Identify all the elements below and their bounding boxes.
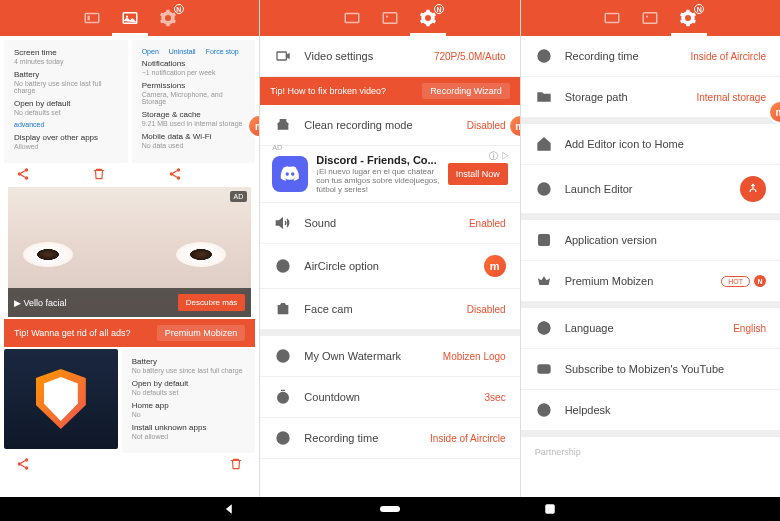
svg-point-15 — [386, 15, 388, 17]
svg-rect-29 — [541, 237, 546, 242]
topbar: N — [0, 0, 259, 36]
new-badge: N — [694, 4, 704, 14]
watermark-icon — [274, 347, 292, 365]
ad-tag: AD — [230, 191, 248, 202]
tip-banner[interactable]: Tip! How to fix broken video?Recording W… — [260, 77, 519, 105]
svg-point-11 — [18, 462, 22, 466]
mobizen-icon: m — [484, 255, 506, 277]
facecam-row[interactable]: Face camDisabled — [260, 289, 519, 330]
svg-rect-33 — [380, 506, 400, 512]
clean-mode-row[interactable]: Clean recording modeDisabled — [260, 105, 519, 146]
svg-point-6 — [25, 176, 29, 180]
clock-icon — [274, 429, 292, 447]
share-icon[interactable] — [168, 167, 182, 181]
home-icon — [535, 135, 553, 153]
help-icon — [535, 401, 553, 419]
share-icon[interactable] — [16, 457, 30, 471]
svg-point-4 — [25, 168, 29, 172]
video-tab-icon[interactable] — [342, 8, 362, 28]
app-info-card[interactable]: Battery No battery use since last full c… — [122, 349, 256, 453]
back-button[interactable] — [220, 499, 240, 519]
discord-icon — [272, 156, 308, 192]
youtube-icon — [535, 360, 553, 378]
app-icon-card[interactable] — [4, 349, 118, 449]
ad-cta-button[interactable]: Descubre más — [178, 294, 246, 311]
app-icon — [535, 231, 553, 249]
storage-row[interactable]: Storage pathInternal storage — [521, 77, 780, 118]
settings-panel-1: N Video settings720P/5.0M/Auto Tip! How … — [260, 0, 520, 497]
video-icon — [274, 47, 292, 65]
partnership-label: Partnership — [521, 437, 780, 467]
crown-icon — [535, 272, 553, 290]
hot-chip: HOT — [721, 276, 750, 287]
svg-point-9 — [176, 176, 180, 180]
android-navbar — [0, 497, 780, 521]
image-tab-icon[interactable] — [380, 8, 400, 28]
svg-point-18 — [281, 263, 286, 268]
launch-editor-row[interactable]: Launch Editor — [521, 165, 780, 214]
new-badge: N — [754, 275, 766, 287]
svg-rect-23 — [606, 14, 620, 23]
delete-icon[interactable] — [92, 167, 106, 181]
svg-rect-34 — [546, 505, 554, 513]
premium-row[interactable]: Premium MobizenHOTN — [521, 261, 780, 302]
clock-icon — [535, 47, 553, 65]
gallery-panel: N Screen time 4 minutes today Battery No… — [0, 0, 260, 497]
svg-rect-13 — [345, 14, 359, 23]
ad-banner[interactable]: AD ▶ Vello facial Descubre más — [8, 187, 251, 317]
version-row[interactable]: Application version — [521, 220, 780, 261]
image-tab-icon[interactable] — [640, 8, 660, 28]
svg-rect-14 — [383, 13, 397, 24]
timer-icon — [274, 388, 292, 406]
svg-point-5 — [18, 172, 22, 176]
svg-point-8 — [169, 172, 173, 176]
recent-button[interactable] — [540, 499, 560, 519]
launch-icon — [535, 180, 553, 198]
tip-banner[interactable]: Tip! Wanna get rid of all ads? Premium M… — [4, 319, 255, 347]
countdown-row[interactable]: Countdown3sec — [260, 377, 519, 418]
delete-icon[interactable] — [229, 457, 243, 471]
svg-point-25 — [646, 15, 648, 17]
app-info-card[interactable]: Open Uninstall Force stop Notifications … — [132, 40, 256, 163]
camera-icon — [274, 300, 292, 318]
watermark-row[interactable]: My Own WatermarkMobizen Logo — [260, 336, 519, 377]
recording-time-row[interactable]: Recording timeInside of Aircircle — [521, 36, 780, 77]
video-tab-icon[interactable] — [602, 8, 622, 28]
add-editor-row[interactable]: Add Editor icon to Home — [521, 124, 780, 165]
aircircle-row[interactable]: AirCircle optionm — [260, 244, 519, 289]
app-info-card[interactable]: Screen time 4 minutes today Battery No b… — [4, 40, 128, 163]
settings-panel-2: N Recording timeInside of Aircircle Stor… — [521, 0, 780, 497]
svg-rect-0 — [85, 14, 99, 23]
folder-icon — [535, 88, 553, 106]
new-badge: N — [174, 4, 184, 14]
video-tab-icon[interactable] — [82, 8, 102, 28]
editor-icon — [740, 176, 766, 202]
recording-time-row[interactable]: Recording timeInside of Aircircle — [260, 418, 519, 459]
screen-time-label: Screen time — [14, 48, 118, 57]
sound-row[interactable]: SoundEnabled — [260, 203, 519, 244]
svg-point-10 — [25, 458, 29, 462]
install-button[interactable]: Install Now — [448, 163, 508, 185]
premium-button[interactable]: Premium Mobizen — [157, 325, 246, 341]
image-tab-icon[interactable] — [120, 8, 140, 28]
language-row[interactable]: LanguageEnglish — [521, 308, 780, 349]
globe-icon — [535, 319, 553, 337]
home-button[interactable] — [380, 499, 400, 519]
svg-rect-1 — [87, 16, 89, 21]
share-icon[interactable] — [16, 167, 30, 181]
ad-info-icon[interactable]: ⓘ ▷ — [489, 150, 510, 163]
helpdesk-row[interactable]: Helpdesk — [521, 390, 780, 431]
svg-point-12 — [25, 466, 29, 470]
sound-icon — [274, 214, 292, 232]
clean-icon — [274, 116, 292, 134]
topbar: N — [260, 0, 519, 36]
svg-rect-24 — [644, 13, 658, 24]
discord-ad[interactable]: AD ⓘ ▷ Discord - Friends, Co...¡El nuevo… — [260, 146, 519, 203]
youtube-row[interactable]: Subscribe to Mobizen's YouTube — [521, 349, 780, 390]
topbar: N — [521, 0, 780, 36]
wizard-button[interactable]: Recording Wizard — [422, 83, 510, 99]
video-settings-row[interactable]: Video settings720P/5.0M/Auto — [260, 36, 519, 77]
svg-point-7 — [176, 168, 180, 172]
aircircle-icon — [274, 257, 292, 275]
new-badge: N — [434, 4, 444, 14]
